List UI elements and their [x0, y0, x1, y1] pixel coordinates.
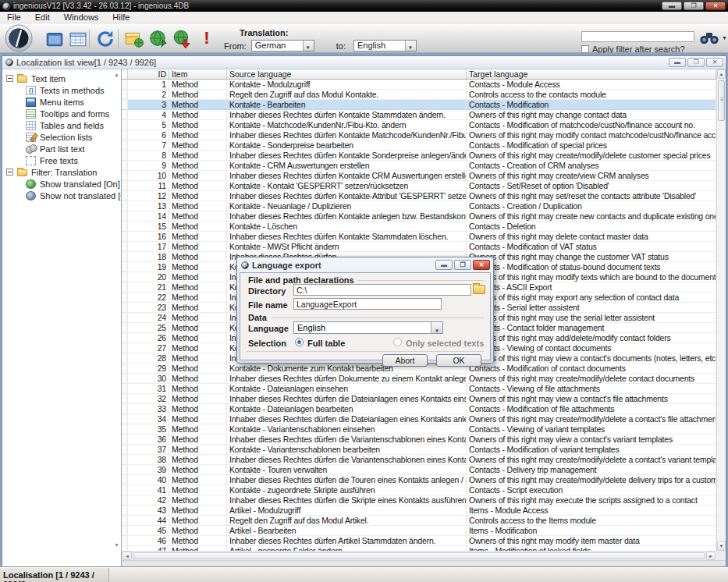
table-row[interactable]: 15MethodKontakte - LöschenContacts - Del…: [122, 222, 716, 232]
sidebar-item[interactable]: Menu items: [2, 96, 121, 108]
table-row[interactable]: 10MethodInhaber dieses Rechtes dürfen Ko…: [122, 171, 716, 181]
dialog-minimize-icon[interactable]: ▬: [435, 260, 453, 270]
horizontal-scroll-thumb[interactable]: [133, 552, 705, 559]
refresh-icon[interactable]: [95, 29, 115, 49]
vertical-scrollbar[interactable]: ▲ ▼: [716, 69, 726, 551]
close-icon[interactable]: ✕: [705, 2, 726, 10]
search-input[interactable]: [581, 31, 694, 42]
sidebar-item[interactable]: Tooltips and forms: [2, 108, 121, 119]
ok-button[interactable]: OK: [436, 354, 481, 367]
table-row[interactable]: 2MethodRegelt den Zugriff auf das Modul …: [122, 90, 716, 100]
child-close-icon[interactable]: ✕: [706, 58, 723, 67]
menu-windows[interactable]: Windows: [57, 12, 106, 22]
minimize-icon[interactable]: ▬: [662, 2, 682, 10]
child-maximize-icon[interactable]: ❐: [687, 58, 705, 67]
sidebar-item[interactable]: Show not translated [On]: [2, 190, 121, 201]
export-package-icon[interactable]: [124, 29, 144, 49]
table-row[interactable]: 34MethodInhaber dieses Rechtes dürfen di…: [122, 414, 716, 424]
table-row[interactable]: 32MethodInhaber dieses Rechtes dürfen di…: [122, 394, 716, 404]
collapse-icon[interactable]: [6, 75, 13, 82]
sidebar-scroll-down-icon[interactable]: ▼: [114, 542, 119, 548]
tree-group[interactable]: Filter: Translation: [2, 166, 121, 178]
table-row[interactable]: 5MethodKontakte - Matchcode/KundenNr./Fi…: [122, 120, 716, 130]
table-row[interactable]: 31MethodKontakte - Dateianlagen einsehen…: [122, 384, 716, 394]
dialog-maximize-icon[interactable]: ❐: [454, 260, 471, 270]
only-selected-radio[interactable]: [393, 338, 402, 346]
table-row[interactable]: 11MethodKontakte - Kontakt 'GESPERRT' se…: [122, 181, 716, 191]
header-id[interactable]: ID: [128, 69, 169, 79]
maximize-icon[interactable]: ❐: [684, 2, 704, 10]
horizontal-scrollbar[interactable]: ◄ ►: [122, 551, 716, 560]
table-row[interactable]: 14MethodInhaber dieses Rechtes dürfen Ko…: [122, 211, 716, 222]
language-select[interactable]: English: [293, 321, 443, 334]
table-row[interactable]: 41MethodKontakte - zugeordnete Skripte a…: [122, 485, 716, 495]
table-row[interactable]: 16MethodInhaber dieses Rechtes dürfen Ko…: [122, 232, 716, 242]
menu-hilfe[interactable]: Hilfe: [105, 12, 137, 22]
window-title: ingeniousV12 [V3.3.42 - 26.03.12] - inge…: [13, 2, 189, 10]
table-row[interactable]: 12MethodInhaber dieses Rechtes dürfen Ko…: [122, 191, 716, 201]
sidebar-item[interactable]: Part list text: [2, 143, 121, 154]
full-table-radio[interactable]: [295, 338, 304, 346]
header-source-language[interactable]: Source language: [227, 69, 467, 79]
collapse-icon[interactable]: [6, 169, 13, 176]
file-name-field[interactable]: [293, 298, 442, 310]
table-row[interactable]: 39MethodKontakte - Touren verwaltenConta…: [122, 465, 716, 475]
scroll-down-icon[interactable]: ▼: [717, 541, 726, 551]
browse-folder-icon[interactable]: [473, 285, 485, 294]
dialog-close-icon[interactable]: ✕: [473, 260, 490, 270]
table-row[interactable]: 4MethodInhaber dieses Rechtes dürfen Kon…: [122, 110, 716, 120]
table-row[interactable]: 44MethodRegelt den Zugriff auf das Modul…: [122, 516, 716, 526]
scroll-right-icon[interactable]: ►: [706, 552, 716, 560]
menu-file[interactable]: File: [0, 12, 28, 22]
table-row[interactable]: 43MethodArtikel - ModulzugriffItems - Mo…: [122, 506, 716, 516]
table-row[interactable]: 33MethodKontakte - Dateianlagen bearbeit…: [122, 404, 716, 414]
directory-field[interactable]: [293, 284, 471, 296]
window-icon[interactable]: [44, 29, 65, 49]
search-options-dropdown-icon[interactable]: ▼: [722, 35, 727, 41]
abort-button[interactable]: Abort: [382, 354, 428, 367]
vertical-scroll-thumb[interactable]: [718, 80, 725, 121]
sidebar-item[interactable]: Tables and fields: [2, 119, 121, 131]
table-row[interactable]: 45MethodArtikel - BearbeitenItems - Modi…: [122, 526, 716, 536]
tree-group[interactable]: Text item: [2, 73, 121, 84]
table-row[interactable]: 9MethodKontakte - CRM Auswertungen erste…: [122, 161, 716, 171]
table-row[interactable]: 35MethodKontakte - Variantenschablonen e…: [122, 424, 716, 435]
table-row[interactable]: 17MethodKontakte - MWSt Pflicht ändernCo…: [122, 242, 716, 252]
sidebar-item[interactable]: Free texts: [2, 154, 121, 166]
globe-pin-icon[interactable]: [148, 29, 169, 49]
globe-import-icon[interactable]: [172, 29, 192, 49]
table-row[interactable]: 7MethodKontakte - Sonderpreise bearbeite…: [122, 140, 716, 151]
scroll-left-icon[interactable]: ◄: [123, 552, 132, 560]
apply-filter-checkbox[interactable]: [581, 45, 589, 53]
cell-csrc: Kontakte - Matchcode/KundenNr./Fibu-Kto.…: [227, 120, 467, 130]
table-icon[interactable]: [68, 29, 88, 49]
table-row[interactable]: 3MethodKontakte - BearbeitenContacts - M…: [122, 100, 716, 110]
sidebar-scroll-up-icon[interactable]: ▲: [114, 72, 119, 77]
sidebar-item[interactable]: Show translated [On]: [2, 178, 121, 190]
table-row[interactable]: 37MethodKontakte - Variantenschablonen b…: [122, 445, 716, 455]
dialog-title-bar[interactable]: Language export ▬ ❐ ✕: [237, 257, 493, 272]
table-row[interactable]: 36MethodInhaber dieses Rechtes dürfen di…: [122, 435, 716, 445]
table-row[interactable]: 6MethodInhaber dieses Rechtes dürfen Kon…: [122, 130, 716, 140]
table-row[interactable]: 30MethodInhaber dieses Rechtes dürfen Do…: [122, 374, 716, 384]
sidebar-item[interactable]: Texts in methods: [2, 84, 121, 96]
menu-edit[interactable]: Edit: [28, 12, 57, 22]
table-row[interactable]: 8MethodInhaber dieses Rechtes dürfen Kon…: [122, 151, 716, 161]
cell-gutter: [122, 475, 128, 485]
app-logo[interactable]: [5, 24, 33, 52]
warning-icon[interactable]: !: [197, 29, 217, 49]
scroll-up-icon[interactable]: ▲: [717, 69, 726, 79]
table-row[interactable]: 1MethodKontakte - ModulzugriffContacts -…: [122, 80, 716, 90]
header-target-language[interactable]: Target language: [467, 69, 716, 79]
child-minimize-icon[interactable]: ▬: [669, 58, 686, 67]
header-item[interactable]: Item: [169, 69, 227, 79]
table-row[interactable]: 46MethodInhaber dieses Rechtes dürfen Ar…: [122, 536, 716, 546]
to-language-select[interactable]: English: [353, 40, 417, 51]
binoculars-icon[interactable]: [699, 30, 719, 45]
table-row[interactable]: 42MethodInhaber dieses Rechtes dürfen di…: [122, 495, 716, 506]
table-row[interactable]: 13MethodKontakte - Neuanlage / Duplizier…: [122, 201, 716, 211]
table-row[interactable]: 40MethodInhaber dieses Rechtes dürfen di…: [122, 475, 716, 485]
table-row[interactable]: 38MethodInhaber dieses Rechtes dürfen di…: [122, 455, 716, 465]
sidebar-item[interactable]: Selection lists: [2, 131, 121, 143]
from-language-select[interactable]: German: [251, 40, 314, 51]
